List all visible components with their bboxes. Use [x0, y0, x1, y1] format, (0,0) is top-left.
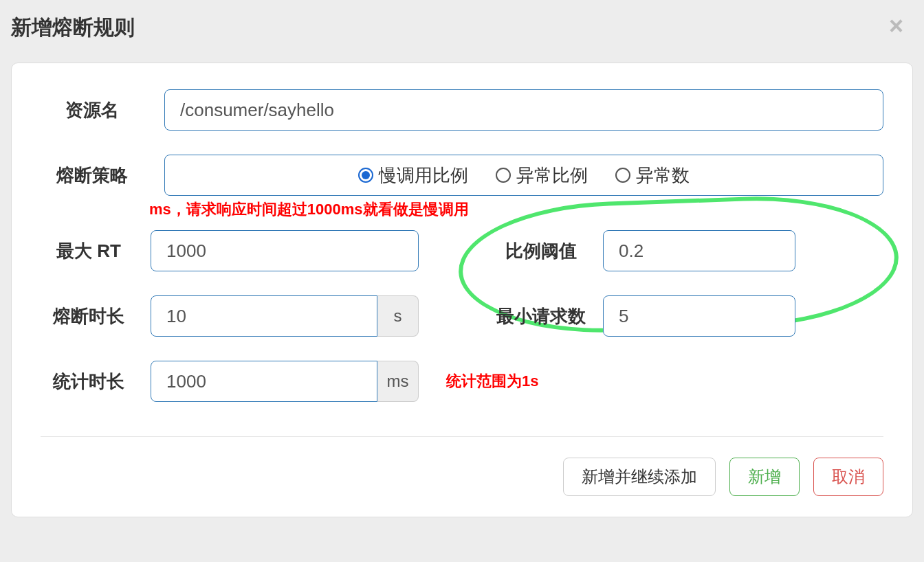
- col-stat-window: 统计时长 ms 统计范围为1s: [41, 361, 883, 402]
- input-break-duration[interactable]: [151, 295, 377, 337]
- label-resource-name: 资源名: [41, 98, 144, 122]
- row-rt-threshold: 最大 RT 比例阈值: [41, 230, 883, 271]
- divider: [41, 436, 883, 437]
- radio-slow-call-ratio[interactable]: 慢调用比例: [358, 164, 468, 188]
- label-max-rt: 最大 RT: [41, 239, 137, 263]
- radio-icon-selected: [358, 168, 373, 183]
- radio-icon: [615, 168, 630, 183]
- input-group-duration: s: [151, 295, 419, 337]
- radio-label-error-count: 异常数: [636, 164, 690, 188]
- modal-header: 新增熔断规则 ×: [0, 0, 924, 63]
- input-max-rt[interactable]: [151, 230, 419, 271]
- label-break-duration: 熔断时长: [41, 304, 137, 328]
- form-panel: 资源名 熔断策略 慢调用比例 异常比例 异常数 ms，请求响应时间超过1000m…: [11, 63, 913, 517]
- col-max-rt: 最大 RT: [41, 230, 431, 271]
- button-row: 新增并继续添加 新增 取消: [41, 458, 883, 496]
- close-icon[interactable]: ×: [889, 14, 903, 38]
- label-strategy: 熔断策略: [41, 164, 144, 188]
- row-duration-minreq: 熔断时长 s 最小请求数: [41, 295, 883, 337]
- strategy-radio-group: 慢调用比例 异常比例 异常数: [164, 155, 883, 196]
- row-stat-window: 统计时长 ms 统计范围为1s: [41, 361, 883, 402]
- radio-error-ratio[interactable]: 异常比例: [496, 164, 588, 188]
- input-stat-window[interactable]: [151, 361, 377, 402]
- modal-title: 新增熔断规则: [11, 14, 135, 42]
- input-group-stat: ms: [151, 361, 419, 402]
- annotation-rt-note: ms，请求响应时间超过1000ms就看做是慢调用: [149, 199, 469, 220]
- unit-duration: s: [377, 295, 419, 337]
- input-min-requests[interactable]: [603, 295, 795, 337]
- row-strategy: 熔断策略 慢调用比例 异常比例 异常数: [41, 155, 883, 196]
- add-button[interactable]: 新增: [729, 458, 800, 496]
- radio-label-error-ratio: 异常比例: [516, 164, 588, 188]
- label-stat-window: 统计时长: [41, 370, 137, 394]
- unit-stat: ms: [377, 361, 419, 402]
- label-min-requests: 最小请求数: [493, 304, 589, 328]
- input-resource-name[interactable]: [164, 89, 883, 131]
- input-ratio-threshold[interactable]: [603, 230, 795, 271]
- col-min-requests: 最小请求数: [493, 295, 883, 337]
- radio-error-count[interactable]: 异常数: [615, 164, 690, 188]
- cancel-button[interactable]: 取消: [813, 458, 883, 496]
- add-continue-button[interactable]: 新增并继续添加: [563, 458, 716, 496]
- annotation-stat-note: 统计范围为1s: [446, 371, 538, 392]
- col-break-duration: 熔断时长 s: [41, 295, 431, 337]
- radio-label-slow: 慢调用比例: [379, 164, 468, 188]
- label-ratio-threshold: 比例阈值: [493, 239, 589, 263]
- row-resource-name: 资源名: [41, 89, 883, 131]
- radio-icon: [496, 168, 511, 183]
- col-ratio-threshold: 比例阈值: [493, 230, 883, 271]
